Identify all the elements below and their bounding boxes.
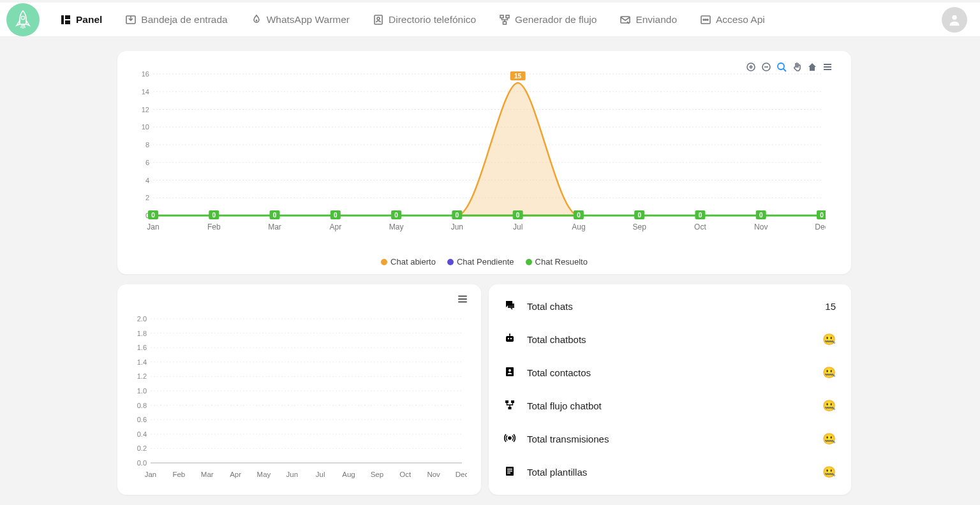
legend-item[interactable]: Chat Pendiente (447, 257, 514, 267)
contacts-icon (504, 366, 516, 379)
svg-point-15 (707, 19, 708, 20)
stat-row[interactable]: Total contactos🤐 (489, 356, 851, 389)
main-chart-legend: Chat abiertoChat PendienteChat Resuelto (117, 257, 851, 267)
svg-text:0.0: 0.0 (137, 459, 147, 467)
legend-item[interactable]: Chat Resuelto (526, 257, 588, 267)
svg-text:Jul: Jul (316, 471, 325, 478)
stat-label: Total plantillas (527, 467, 587, 478)
svg-rect-124 (507, 471, 512, 472)
svg-text:Jan: Jan (145, 471, 157, 478)
svg-text:Sep: Sep (633, 223, 647, 231)
stat-label: Total transmisiones (527, 434, 609, 444)
nav-phonebook[interactable]: Directorio telefónico (370, 10, 479, 29)
svg-rect-2 (65, 15, 70, 19)
chat-icon (504, 300, 516, 313)
stat-value: 🤐 (822, 399, 836, 413)
svg-text:Jan: Jan (147, 223, 159, 231)
svg-text:0: 0 (273, 212, 277, 219)
stat-label: Total chats (527, 301, 573, 312)
svg-text:Apr: Apr (230, 471, 241, 478)
stat-value: 🤐 (822, 366, 836, 379)
svg-text:1.0: 1.0 (137, 387, 147, 395)
svg-rect-125 (507, 472, 510, 474)
svg-text:14: 14 (142, 88, 149, 96)
nav-label: Generador de flujo (515, 14, 597, 26)
stat-row[interactable]: Total chats15 (489, 289, 851, 323)
stats-card: Total chats15Total chatbots🤐Total contac… (489, 284, 851, 495)
stat-row[interactable]: Total plantillas🤐 (489, 455, 851, 488)
svg-point-115 (509, 333, 510, 335)
nav-api[interactable]: Acceso Api (697, 10, 768, 29)
svg-point-7 (377, 17, 380, 20)
svg-text:Oct: Oct (399, 471, 412, 478)
stat-label: Total flujo chatbot (527, 400, 602, 411)
svg-rect-9 (506, 15, 509, 18)
svg-text:15: 15 (514, 73, 522, 80)
svg-rect-10 (503, 22, 507, 24)
svg-text:0: 0 (151, 212, 155, 219)
nav-label: WhatsApp Warmer (267, 14, 350, 26)
main-chart: 024681012141615000000000000JanFebMarAprM… (137, 69, 826, 235)
svg-text:Aug: Aug (572, 223, 585, 231)
svg-point-5 (255, 19, 257, 21)
svg-text:May: May (389, 223, 404, 231)
stat-row[interactable]: Total chatbots🤐 (489, 323, 851, 356)
secondary-chart-card: 0.00.20.40.60.81.01.21.41.61.82.0JanFebM… (117, 284, 481, 495)
svg-text:0: 0 (212, 212, 216, 219)
svg-text:1.6: 1.6 (137, 344, 147, 351)
nav-warmer[interactable]: WhatsApp Warmer (248, 10, 352, 29)
bot-icon (504, 333, 516, 346)
svg-point-13 (703, 19, 704, 20)
nav-panel[interactable]: Panel (57, 10, 105, 29)
svg-text:6: 6 (145, 159, 149, 166)
svg-point-0 (21, 16, 24, 19)
svg-text:10: 10 (142, 123, 149, 131)
stat-value: 🤐 (822, 432, 836, 446)
nav-sending[interactable]: Enviando (617, 10, 679, 29)
nav-label: Bandeja de entrada (141, 14, 227, 26)
svg-text:Feb: Feb (207, 223, 221, 231)
profile-avatar[interactable] (942, 7, 967, 33)
legend-item[interactable]: Chat abierto (381, 257, 436, 267)
svg-text:0.8: 0.8 (137, 402, 147, 409)
nav-flow[interactable]: Generador de flujo (496, 10, 599, 29)
svg-rect-123 (507, 469, 512, 470)
svg-text:Jun: Jun (451, 223, 463, 231)
svg-text:0.4: 0.4 (137, 430, 147, 438)
main-chart-card: 024681012141615000000000000JanFebMarAprM… (117, 51, 851, 274)
svg-text:0: 0 (699, 212, 702, 219)
templates-icon (504, 465, 516, 479)
svg-text:0.6: 0.6 (137, 416, 147, 423)
rocket-icon (12, 9, 34, 31)
topbar: PanelBandeja de entradaWhatsApp WarmerDi… (0, 3, 980, 37)
menu-icon[interactable] (457, 293, 468, 307)
svg-text:Dec: Dec (456, 471, 467, 478)
svg-text:1.2: 1.2 (137, 372, 147, 380)
nav-label: Acceso Api (716, 14, 765, 26)
brand-logo[interactable] (6, 3, 40, 36)
svg-rect-118 (505, 400, 509, 403)
svg-rect-120 (509, 407, 512, 409)
nav-label: Directorio telefónico (389, 14, 476, 26)
svg-text:Apr: Apr (329, 223, 341, 231)
svg-text:Aug: Aug (342, 471, 355, 478)
svg-text:4: 4 (145, 177, 149, 184)
nav-label: Enviando (635, 14, 677, 26)
svg-text:Nov: Nov (427, 471, 440, 478)
svg-rect-119 (511, 400, 514, 403)
svg-text:1.8: 1.8 (137, 330, 147, 337)
stat-value: 15 (825, 301, 836, 312)
svg-text:Nov: Nov (754, 223, 768, 231)
svg-text:12: 12 (142, 106, 149, 113)
svg-text:0: 0 (456, 212, 459, 219)
stat-row[interactable]: Total flujo chatbot🤐 (489, 389, 851, 422)
svg-text:0: 0 (759, 212, 763, 219)
nav-inbox[interactable]: Bandeja de entrada (122, 10, 230, 29)
svg-text:0: 0 (394, 212, 398, 219)
svg-text:16: 16 (142, 70, 149, 78)
svg-rect-3 (65, 20, 70, 24)
svg-text:Sep: Sep (371, 471, 383, 478)
svg-text:Jul: Jul (513, 223, 523, 231)
svg-text:May: May (257, 471, 271, 478)
stat-row[interactable]: Total transmisiones🤐 (489, 422, 851, 455)
